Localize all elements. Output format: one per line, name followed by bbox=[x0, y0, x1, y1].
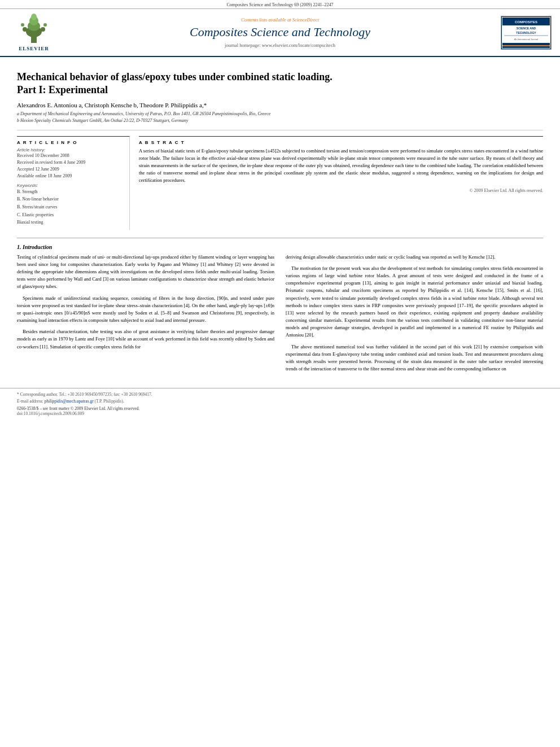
body-col-left: Testing of cylindrical specimens made of… bbox=[17, 254, 274, 377]
article-title: Mechanical behavior of glass/epoxy tubes… bbox=[17, 71, 543, 97]
sciencedirect-link[interactable]: Contents lists available at ScienceDirec… bbox=[62, 17, 498, 23]
svg-text:TECHNOLOGY: TECHNOLOGY bbox=[516, 31, 536, 34]
elsevier-logo-area: ELSEVIER bbox=[6, 14, 62, 51]
footer-doi-line: doi:10.1016/j.compscitech.2009.06.009 bbox=[17, 411, 543, 416]
history-revised: Received in revised form 4 June 2009 bbox=[17, 159, 124, 166]
history-received: Received 10 December 2008 bbox=[17, 152, 124, 159]
journal-top-bar: Composites Science and Technology 69 (20… bbox=[0, 0, 560, 9]
history-accepted: Accepted 12 June 2009 bbox=[17, 166, 124, 173]
history-online: Available online 18 June 2009 bbox=[17, 173, 124, 180]
elsevier-wordmark: ELSEVIER bbox=[19, 46, 49, 51]
body-para-1: Testing of cylindrical specimens made of… bbox=[17, 254, 274, 291]
email-note: E-mail address: philippidis@mech.upatras… bbox=[17, 399, 543, 404]
svg-rect-19 bbox=[502, 46, 550, 48]
svg-text:COMPOSITES: COMPOSITES bbox=[515, 20, 537, 24]
composites-logo-area: COMPOSITES SCIENCE AND TECHNOLOGY An Int… bbox=[498, 16, 554, 50]
copyright-line: © 2009 Elsevier Ltd. All rights reserved… bbox=[139, 188, 543, 193]
article-info-column: A R T I C L E I N F O Article history: R… bbox=[17, 136, 130, 230]
svg-rect-18 bbox=[502, 45, 550, 46]
svg-point-6 bbox=[41, 27, 45, 32]
article-meta-section: A R T I C L E I N F O Article history: R… bbox=[17, 136, 543, 230]
composites-logo-icon: COMPOSITES SCIENCE AND TECHNOLOGY An Int… bbox=[501, 16, 551, 49]
journal-header: ELSEVIER Contents lists available at Sci… bbox=[0, 9, 560, 57]
article-info-heading: A R T I C L E I N F O bbox=[17, 140, 124, 145]
page-footer: * Corresponding author. Tel.: +30 2610 9… bbox=[0, 388, 560, 420]
svg-point-8 bbox=[43, 23, 47, 27]
svg-point-7 bbox=[21, 23, 24, 27]
svg-point-5 bbox=[23, 27, 27, 32]
abstract-column: A B S T R A C T A series of biaxial stat… bbox=[139, 136, 543, 230]
journal-main-title: Composites Science and Technology bbox=[62, 25, 498, 40]
body-para-2: Specimens made of unidirectional stackin… bbox=[17, 295, 274, 325]
keywords-group: Keywords: B. Strength B. Non-linear beha… bbox=[17, 183, 124, 226]
section1-title: 1. Introduction bbox=[17, 244, 543, 250]
abstract-text: A series of biaxial static tests of E-gl… bbox=[139, 147, 543, 185]
journal-volume-info: Composites Science and Technology 69 (20… bbox=[226, 2, 333, 7]
body-para-5: The motivation for the present work was … bbox=[286, 265, 543, 339]
article-content: Mechanical behavior of glass/epoxy tubes… bbox=[0, 57, 560, 382]
body-separator bbox=[17, 238, 543, 238]
body-col-right: deriving design allowable characteristic… bbox=[286, 254, 543, 377]
corresponding-author-note: * Corresponding author. Tel.: +30 2610 9… bbox=[17, 392, 543, 397]
svg-text:SCIENCE AND: SCIENCE AND bbox=[517, 27, 536, 30]
body-para-3: Besides material characterization, tube … bbox=[17, 328, 274, 351]
footer-issn-line: 0266-3538/$ – see front matter © 2009 El… bbox=[17, 406, 543, 411]
journal-title-area: Contents lists available at ScienceDirec… bbox=[62, 17, 498, 47]
keywords-list: B. Strength B. Non-linear behavior B. St… bbox=[17, 188, 124, 226]
keywords-label: Keywords: bbox=[17, 183, 124, 188]
elsevier-tree-icon bbox=[17, 14, 51, 45]
svg-rect-17 bbox=[502, 43, 550, 45]
body-para-4: deriving design allowable characteristic… bbox=[286, 254, 543, 261]
abstract-heading: A B S T R A C T bbox=[139, 140, 543, 145]
svg-point-4 bbox=[31, 14, 37, 20]
article-title-section: Mechanical behavior of glass/epoxy tubes… bbox=[17, 63, 543, 130]
journal-homepage: journal homepage: www.elsevier.com/locat… bbox=[62, 42, 498, 48]
svg-text:An International Journal: An International Journal bbox=[514, 38, 538, 41]
body-para-6: The above mentioned numerical tool was f… bbox=[286, 343, 543, 373]
composites-logo-box: COMPOSITES SCIENCE AND TECHNOLOGY An Int… bbox=[501, 16, 552, 50]
article-authors: Alexandros E. Antoniou a, Christoph Kens… bbox=[17, 102, 543, 108]
body-two-col: Testing of cylindrical specimens made of… bbox=[17, 254, 543, 377]
history-label: Article history: bbox=[17, 147, 124, 152]
affiliations: a Department of Mechanical Engineering a… bbox=[17, 111, 543, 124]
article-history-group: Article history: Received 10 December 20… bbox=[17, 147, 124, 180]
